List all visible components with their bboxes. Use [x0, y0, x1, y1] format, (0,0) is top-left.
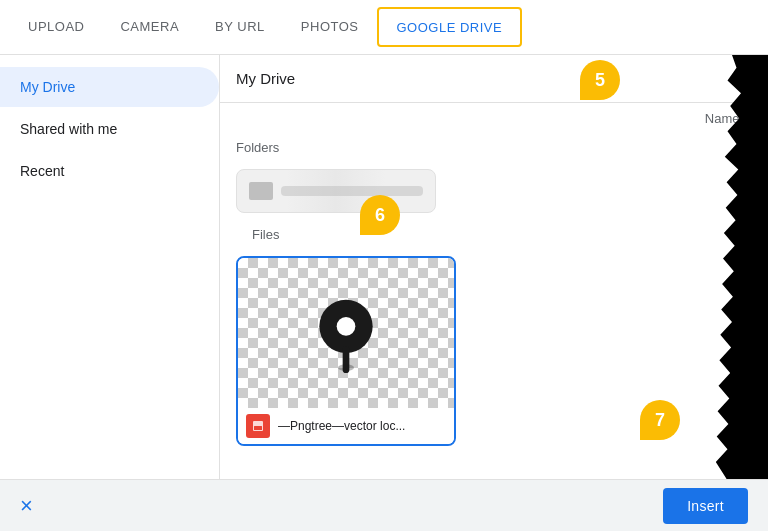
file-name: —Pngtree—vector loc... [278, 419, 446, 433]
tab-googledrive[interactable]: GOOGLE DRIVE [377, 7, 523, 47]
folders-label: Folders [220, 134, 768, 161]
sidebar-item-recent[interactable]: Recent [0, 151, 219, 191]
pin-icon [306, 293, 386, 373]
badge-7: 7 [640, 400, 680, 440]
file-card[interactable]: —Pngtree—vector loc... [236, 256, 456, 446]
badge-6: 6 [360, 195, 400, 235]
sidebar: My Drive Shared with me Recent [0, 55, 220, 479]
sort-label[interactable]: Name [705, 111, 740, 126]
svg-point-1 [337, 317, 356, 336]
sidebar-item-shared[interactable]: Shared with me [0, 109, 219, 149]
folder-icon [249, 182, 273, 200]
folder-item[interactable] [236, 169, 436, 213]
tab-camera[interactable]: CAMERA [102, 0, 197, 55]
files-section: Files [220, 221, 768, 454]
file-thumbnail [238, 258, 454, 408]
tab-upload[interactable]: UPLOAD [10, 0, 102, 55]
folders-row [220, 161, 768, 221]
sort-bar: Name ↑ [220, 103, 768, 134]
folder-name-placeholder [281, 186, 423, 196]
file-browser-header: My Drive ≡ [220, 55, 768, 103]
file-type-icon [246, 414, 270, 438]
tab-bar: UPLOAD CAMERA BY URL PHOTOS GOOGLE DRIVE [0, 0, 768, 55]
badge-5: 5 [580, 60, 620, 100]
file-info: —Pngtree—vector loc... [238, 408, 454, 444]
close-button[interactable]: × [20, 493, 33, 519]
tab-photos[interactable]: PHOTOS [283, 0, 377, 55]
file-browser: My Drive ≡ Name ↑ Folders Files [220, 55, 768, 479]
bottom-bar: × Insert [0, 479, 768, 531]
breadcrumb-title: My Drive [236, 70, 295, 87]
svg-point-2 [338, 364, 354, 371]
insert-button[interactable]: Insert [663, 488, 748, 524]
sidebar-item-my-drive[interactable]: My Drive [0, 67, 219, 107]
svg-rect-4 [254, 426, 262, 430]
files-label: Files [236, 221, 752, 248]
tab-byurl[interactable]: BY URL [197, 0, 283, 55]
